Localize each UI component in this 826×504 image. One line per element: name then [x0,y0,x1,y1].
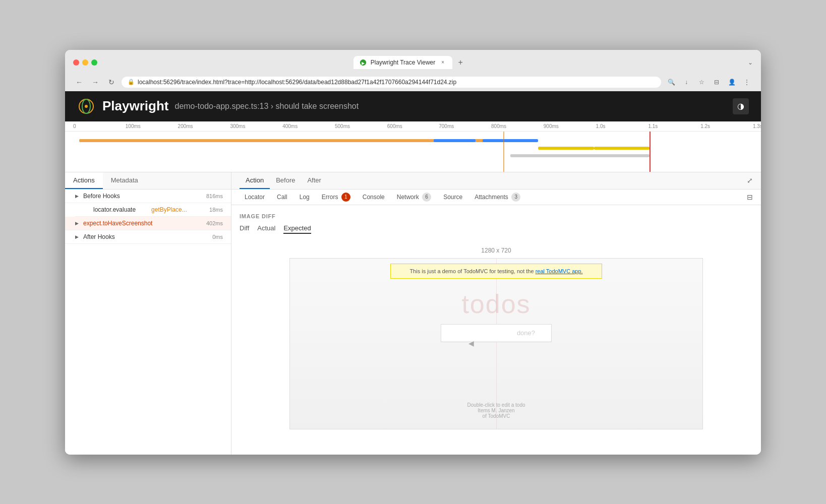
network-badge: 6 [422,193,431,202]
timeline-mark-1s: 1.0s [596,123,606,129]
timeline-ruler: 0 100ms 200ms 300ms 400ms 500ms 600ms 70… [65,121,761,132]
back-button[interactable]: ← [73,76,85,88]
todo-input-placeholder: done? [517,329,535,337]
tab-close-button[interactable]: × [439,59,446,66]
timeline-track-gray [510,154,650,157]
timeline-mark-900ms: 900ms [544,123,559,129]
action-duration: 816ms [206,193,223,199]
attachments-badge: 3 [511,193,520,202]
screenshot-inner: This is just a demo of TodoMVC for testi… [290,259,702,429]
action-name-extra: getByPlace... [151,206,209,213]
screenshot-preview: This is just a demo of TodoMVC for testi… [289,258,703,429]
tab-actions[interactable]: Actions [65,172,103,189]
action-before-hooks[interactable]: ▶ Before Hooks 816ms [65,190,231,203]
split-view-button[interactable]: ⊟ [711,76,723,88]
timeline-mark-1-2s: 1.2s [700,123,710,129]
tab-call[interactable]: Call [272,191,292,204]
timeline-bars[interactable] [65,132,761,172]
test-title: demo-todo-app.spec.ts:13 › should take s… [174,102,359,111]
more-button[interactable]: ⋮ [741,76,753,88]
tab-log[interactable]: Log [294,191,315,204]
minimize-button[interactable] [82,59,88,66]
action-after-hooks[interactable]: ▶ After Hooks 0ms [65,230,231,244]
expand-icon[interactable]: ▶ [73,193,80,200]
todo-banner-link[interactable]: real TodoMVC app. [536,268,583,274]
left-tabs: Actions Metadata [65,172,231,190]
new-tab-button[interactable]: + [454,56,466,69]
timeline-mark-1-3s: 1.3s [753,123,761,129]
maximize-button[interactable] [91,59,97,66]
profile-button[interactable]: 👤 [726,76,738,88]
bookmark-button[interactable]: ☆ [695,76,707,88]
timeline-marker-orange [503,132,504,172]
theme-toggle-button[interactable]: ◑ [733,98,749,114]
expand-icon-selected[interactable]: ▶ [73,220,80,227]
expand-icon-after[interactable]: ▶ [73,233,80,240]
timeline-mark-1-1s: 1.1s [648,123,658,129]
timeline-marks: 0 100ms 200ms 300ms 400ms 500ms 600ms 70… [73,121,753,132]
action-name: Before Hooks [83,193,206,200]
diff-tab-diff[interactable]: Diff [240,224,249,234]
diff-tab-actual[interactable]: Actual [257,224,275,234]
tab-errors[interactable]: Errors 1 [317,190,356,205]
reload-button[interactable]: ↻ [105,76,117,88]
tab-network[interactable]: Network 6 [392,190,436,205]
tab-bar: ▶ Playwright Trace Viewer × + [313,56,507,69]
lock-icon: 🔒 [128,79,135,85]
address-bar: ← → ↻ 🔒 localhost:56296/trace/index.html… [65,73,761,91]
tab-source[interactable]: Source [438,191,467,204]
action-name-selected: expect.toHaveScreenshot [83,220,206,227]
playwright-name: Playwright [102,98,168,114]
tab-attachments[interactable]: Attachments 3 [469,190,525,205]
timeline-mark-200ms: 200ms [178,123,193,129]
main-split: Actions Metadata ▶ Before Hooks 816ms [65,172,761,455]
timeline-track-yellow-2 [594,147,650,150]
timeline-mark-500ms: 500ms [335,123,350,129]
browser-tab[interactable]: ▶ Playwright Trace Viewer × [353,56,453,69]
app-topbar: Playwright demo-todo-app.spec.ts:13 › sh… [65,91,761,121]
timeline-mark-100ms: 100ms [126,123,141,129]
timeline-mark-800ms: 800ms [491,123,506,129]
tab-after[interactable]: After [301,172,327,189]
tab-before[interactable]: Before [270,172,301,189]
playwright-logo-icon [77,97,95,115]
timeline-marker-red [650,132,651,172]
timeline-mark-700ms: 700ms [439,123,454,129]
action-expect-screenshot[interactable]: ▶ expect.toHaveScreenshot 402ms [65,217,231,230]
timeline-track-blue-2 [483,139,538,142]
image-container: 1280 x 720 This is just a demo of TodoMV… [240,242,753,429]
browser-menu-button[interactable]: ⌄ [748,59,753,66]
image-diff-area: IMAGE DIFF Diff Actual Expected 1280 x 7… [231,205,761,455]
browser-window: ▶ Playwright Trace Viewer × + ⌄ ← → ↻ 🔒 … [65,50,761,455]
forward-button[interactable]: → [89,76,101,88]
split-view-icon[interactable]: ⊟ [747,193,753,201]
tab-title: Playwright Trace Viewer [371,59,436,66]
zoom-button[interactable]: 🔍 [665,76,677,88]
todo-banner: This is just a demo of TodoMVC for testi… [390,264,602,279]
url-bar[interactable]: 🔒 localhost:56296/trace/index.html?trace… [122,77,661,88]
expand-panel-button[interactable]: ⤢ [747,176,753,184]
tab-console[interactable]: Console [358,191,390,204]
tab-locator[interactable]: Locator [240,191,270,204]
action-locator-evaluate[interactable]: locator.evaluate getByPlace... 18ms [75,203,231,217]
traffic-lights [73,59,97,66]
action-duration-locator: 18ms [209,207,223,213]
todo-app-title: todos [461,289,530,319]
app-content: Playwright demo-todo-app.spec.ts:13 › sh… [65,91,761,455]
download-button[interactable]: ↓ [680,76,692,88]
action-duration-after: 0ms [212,234,223,240]
playwright-logo: Playwright [77,97,168,115]
tab-metadata[interactable]: Metadata [103,172,146,189]
image-dimensions: 1280 x 720 [481,247,511,254]
left-panel: Actions Metadata ▶ Before Hooks 816ms [65,172,231,455]
expand-icon-placeholder [83,206,90,213]
playwright-favicon: ▶ [360,59,367,66]
diff-tab-expected[interactable]: Expected [283,224,311,234]
action-name-after: After Hooks [83,233,212,240]
nav-arrow-icon: ◀ [468,339,474,347]
actions-list: ▶ Before Hooks 816ms locator.evaluate ge… [65,190,231,455]
tab-action[interactable]: Action [240,172,270,189]
image-diff-label: IMAGE DIFF [240,213,753,219]
close-button[interactable] [73,59,79,66]
timeline-section: 0 100ms 200ms 300ms 400ms 500ms 600ms 70… [65,121,761,172]
